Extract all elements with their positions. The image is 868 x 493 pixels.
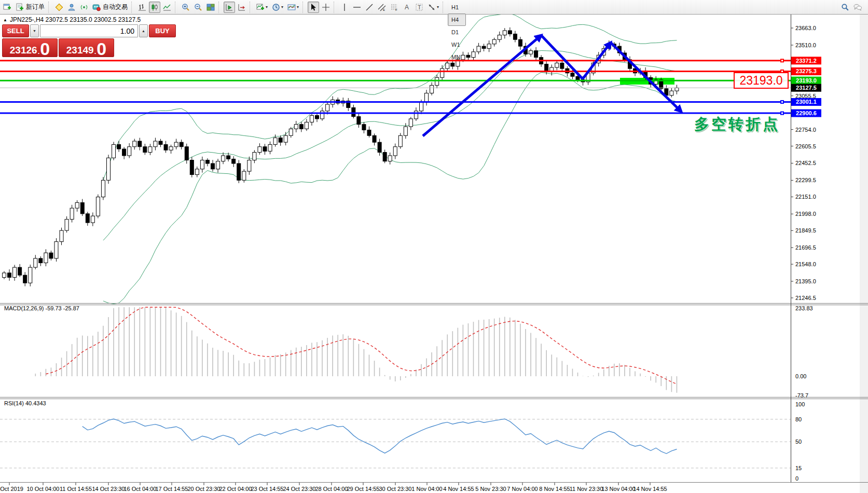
svg-text:22605.5: 22605.5 [795,143,816,149]
symbol-ohlc-text: JPN225-,H4 23072.5 23135.0 23002.5 23127… [10,16,141,23]
cursor-icon [309,3,318,11]
sell-button[interactable]: SELL [2,24,29,37]
svg-text:8 Nov 14:55: 8 Nov 14:55 [539,486,570,492]
buy-price-dot: . [94,48,97,55]
line-chart-icon [163,3,171,11]
svg-text:23001.1: 23001.1 [796,99,817,105]
line-chart-button[interactable] [161,2,173,13]
candlestick-chart-button[interactable] [149,2,160,13]
price-level-callout[interactable]: 23193.0 [734,72,789,89]
toolbar-separator [250,2,253,13]
bar-chart-button[interactable] [136,2,148,13]
vertical-line-button[interactable] [339,2,350,13]
timeframe-mn-button[interactable]: MN [448,51,466,63]
new-order-button[interactable]: 新订单 [14,2,46,13]
svg-text:20 Oct 23:30: 20 Oct 23:30 [188,486,221,492]
autoscroll-button[interactable] [224,2,235,13]
chart-shift-icon [238,3,246,11]
zoom-in-button[interactable] [180,2,191,13]
text-icon: A [403,3,411,11]
scrollbar[interactable] [860,15,868,493]
toolbar: 新订单 自动交易 [0,0,868,15]
buy-price-panel[interactable]: 23149.0 [59,38,114,57]
svg-text:-73.7: -73.7 [795,392,808,399]
cursor-button[interactable] [308,2,319,13]
timeframe-w1-button[interactable]: W1 [448,38,466,51]
toolbar-separator [48,2,51,13]
text-button[interactable]: A [401,2,412,13]
svg-text:23663.0: 23663.0 [795,25,816,31]
svg-text:5 Nov 23:30: 5 Nov 23:30 [475,486,506,492]
arrows-tools-button[interactable]: ▾ [426,2,440,13]
new-order-label: 新订单 [26,3,45,11]
autotrading-label: 自动交易 [103,3,128,11]
svg-text:16 Oct 04:00: 16 Oct 04:00 [124,486,157,492]
community-button[interactable] [66,2,77,13]
horizontal-line-button[interactable] [351,2,363,13]
svg-text:14 Oct 23:30: 14 Oct 23:30 [92,486,125,492]
svg-text:28 Oct 04:00: 28 Oct 04:00 [315,486,348,492]
chevron-down-icon[interactable]: ▾ [281,5,283,9]
signals-button[interactable] [78,2,90,13]
clock-icon [272,3,280,11]
svg-text:100: 100 [795,401,805,407]
indicators-button[interactable]: ▾ [255,2,269,13]
tile-windows-button[interactable] [205,2,216,13]
candlestick-chart-icon [150,3,159,11]
svg-text:23055.5: 23055.5 [795,93,816,99]
sell-price-pip: 0 [40,42,50,56]
svg-text:24 Oct 23:30: 24 Oct 23:30 [283,486,316,492]
toolbar-separator [175,2,178,13]
zoom-in-icon [182,3,190,11]
svg-text:21849.5: 21849.5 [795,227,816,234]
svg-text:11 Nov 23:30: 11 Nov 23:30 [570,486,603,492]
equidistant-channel-button[interactable]: E [376,2,388,13]
volume-input[interactable] [40,24,138,37]
svg-text:22151.0: 22151.0 [795,194,816,200]
toolbar-separator [334,2,337,13]
community-icon [67,3,76,11]
text-label-icon: T [415,3,423,11]
horizontal-line-icon [353,3,361,11]
buy-button[interactable]: BUY [149,24,176,37]
timeframe-group: M1M5M15M30H1H4D1W1MN [447,0,466,63]
svg-text:29 Oct 14:55: 29 Oct 14:55 [347,486,380,492]
buy-price-main: 23149 [66,45,94,55]
svg-text:22 Oct 04:00: 22 Oct 04:00 [219,486,252,492]
collapse-triangle-icon[interactable]: ▲ [3,18,7,22]
search-button[interactable] [839,2,851,13]
new-chart-button[interactable] [2,2,13,13]
autotrading-button[interactable]: 自动交易 [91,2,129,13]
sell-price-panel[interactable]: 23126.0 [2,38,58,57]
toolbar-separator [131,2,134,13]
volume-increase-button[interactable]: ▲ [139,24,148,37]
svg-text:21395.0: 21395.0 [795,278,816,284]
templates-button[interactable]: ▾ [286,2,300,13]
svg-text:22452.5: 22452.5 [795,160,816,166]
chat-button[interactable] [852,2,863,13]
zoom-out-button[interactable] [192,2,204,13]
svg-text:23193.0: 23193.0 [796,77,817,84]
svg-text:13 Nov 04:00: 13 Nov 04:00 [601,486,635,492]
fibonacci-icon: F [390,3,398,11]
timeframe-h1-button[interactable]: H1 [448,1,466,13]
turning-point-label[interactable]: 多空转折点 [694,114,780,135]
periods-button[interactable]: ▾ [270,2,285,13]
metaeditor-button[interactable] [53,2,65,13]
text-label-button[interactable]: T [414,2,425,13]
timeframe-d1-button[interactable]: D1 [448,26,466,38]
indicators-icon [256,3,265,11]
one-click-trade-panel: SELL ▼ ▲ BUY 23126.0 23149.0 [2,24,114,57]
timeframe-h4-button[interactable]: H4 [448,13,466,26]
chevron-down-icon[interactable]: ▾ [266,5,268,9]
chart-shift-button[interactable] [236,2,247,13]
new-order-icon [16,3,24,11]
trendline-button[interactable] [364,2,375,13]
chevron-down-icon[interactable]: ▾ [437,5,439,9]
svg-text:E: E [383,8,385,11]
crosshair-button[interactable] [320,2,332,13]
svg-text:21998.0: 21998.0 [795,211,816,217]
volume-decrease-button[interactable]: ▼ [30,24,39,37]
chevron-down-icon[interactable]: ▾ [297,5,299,9]
fibonacci-button[interactable]: F [389,2,400,13]
